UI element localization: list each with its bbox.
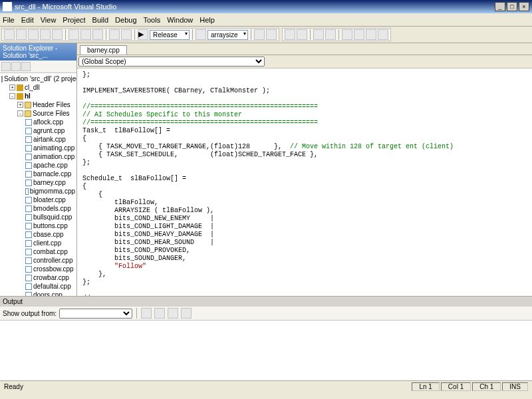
find-button[interactable] [196,29,206,40]
toolbar-area: ▶ Release arraysize [0,27,532,43]
solution-explorer: Solution Explorer - Solution 'src_... So… [0,43,77,296]
status-bar: Ready Ln 1 Col 1 Ch 1 INS [0,380,532,392]
file-item[interactable]: barney.cpp [25,178,75,187]
file-item[interactable]: client.cpp [25,239,75,247]
file-item[interactable]: bloater.cpp [25,196,75,204]
file-item[interactable]: defaultai.cpp [25,282,75,291]
file-item[interactable]: buttons.cpp [25,221,75,230]
comment-button[interactable] [313,29,324,40]
file-item[interactable]: barnacle.cpp [25,170,75,178]
menu-build[interactable]: Build [92,16,108,24]
file-item[interactable]: crowbar.cpp [25,273,75,282]
file-item[interactable]: cbase.cpp [25,230,75,239]
sx-refresh-button[interactable] [21,62,31,71]
menu-tools[interactable]: Tools [144,16,161,24]
file-item[interactable]: crossbow.cpp [25,265,75,273]
scope-dropdown[interactable]: (Global Scope) [78,57,265,66]
file-item[interactable]: animation.cpp [25,152,75,161]
status-ins: INS [502,382,528,391]
app-icon [3,2,12,11]
output-from-label: Show output from: [3,310,57,317]
minimize-button[interactable]: _ [495,2,505,11]
save-all-button[interactable] [52,29,63,40]
menu-bar: FileEditViewProjectBuildDebugToolsWindow… [0,13,532,27]
code-area[interactable]: }; IMPLEMENT_SAVERESTORE( CBarney, CTalk… [77,68,532,296]
file-item[interactable]: animating.cpp [25,144,75,152]
open-button[interactable] [28,29,39,40]
output-btn-1[interactable] [141,308,152,319]
file-item[interactable]: bullsquid.cpp [25,213,75,221]
menu-edit[interactable]: Edit [21,16,34,24]
copy-button[interactable] [80,29,91,40]
output-from-dropdown[interactable] [59,309,132,319]
tb-extra-1[interactable] [254,29,265,40]
status-ready: Ready [4,383,23,390]
sx-properties-button[interactable] [1,62,11,71]
menu-debug[interactable]: Debug [115,16,136,24]
file-item[interactable]: apache.cpp [25,161,75,170]
output-btn-2[interactable] [154,308,165,319]
tb-extra-2[interactable] [266,29,277,40]
add-item-button[interactable] [16,29,27,40]
output-panel: Output Show output from: [0,296,532,380]
paste-button[interactable] [92,29,103,40]
menu-file[interactable]: File [3,16,15,24]
menu-help[interactable]: Help [200,16,215,24]
file-item[interactable]: bigmomma.cpp [25,187,75,196]
file-item[interactable]: airtank.cpp [25,135,75,144]
indent-button[interactable] [285,29,295,40]
output-btn-4[interactable] [181,308,192,319]
file-item[interactable]: aflock.cpp [25,118,75,126]
maximize-button[interactable]: □ [507,2,517,11]
outdent-button[interactable] [297,29,307,40]
file-item[interactable]: agrunt.cpp [25,126,75,135]
tab-barney-cpp[interactable]: barney.cpp [80,45,127,55]
solution-tree[interactable]: Solution 'src_dll' (2 projects) +cl_dll … [0,73,76,296]
menu-window[interactable]: Window [167,16,193,24]
output-btn-3[interactable] [168,308,178,319]
status-ln: Ln 1 [412,382,439,391]
config-dropdown[interactable]: Release [150,30,190,40]
menu-project[interactable]: Project [63,16,85,24]
editor: barney.cpp (Global Scope) }; IMPLEMENT_S… [77,43,532,296]
file-item[interactable]: doors.cpp [25,291,75,296]
file-item[interactable]: combat.cpp [25,247,75,256]
file-item[interactable]: bmodels.cpp [25,204,75,213]
status-ch: Ch 1 [472,382,501,391]
window-title: src_dll - Microsoft Visual Studio [15,3,116,11]
menu-view[interactable]: View [41,16,57,24]
save-button[interactable] [40,29,51,40]
prev-bookmark-button[interactable] [366,29,376,40]
cut-button[interactable] [68,29,79,40]
solution-explorer-title: Solution Explorer - Solution 'src_... [0,43,76,61]
target-dropdown[interactable]: arraysize [207,30,248,40]
bookmark-button[interactable] [342,29,352,40]
uncomment-button[interactable] [325,29,336,40]
close-button[interactable]: × [519,2,529,11]
clear-bookmarks-button[interactable] [378,29,388,40]
output-body[interactable] [0,321,532,380]
output-title: Output [0,297,532,307]
next-bookmark-button[interactable] [354,29,364,40]
new-project-button[interactable] [4,29,15,40]
file-item[interactable]: controller.cpp [25,256,75,265]
title-bar: src_dll - Microsoft Visual Studio _ □ × [0,0,532,13]
run-button[interactable]: ▶ [138,29,148,40]
status-col: Col 1 [441,382,471,391]
redo-button[interactable] [121,29,132,40]
sx-show-all-button[interactable] [11,62,21,71]
undo-button[interactable] [109,29,120,40]
